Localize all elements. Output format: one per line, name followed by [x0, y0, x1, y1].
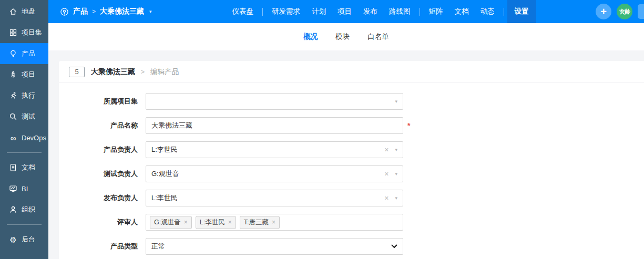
main-column: 产品 > 大乘佛法三藏 ▾ 仪表盘 研发需求 计划 项目 发布 路线图 矩阵 文…	[48, 0, 644, 259]
caret-down-icon[interactable]: ▾	[149, 9, 152, 14]
sidebar-item-doc[interactable]: 文档	[0, 157, 48, 178]
caret-down-icon[interactable]: ▾	[395, 171, 397, 177]
field-label: 产品名称	[59, 121, 138, 130]
card-header: 5 大乘佛法三藏 > 编辑产品	[59, 61, 644, 83]
topbar-right: + 玄龄	[596, 4, 644, 19]
chevron-right-icon: >	[92, 8, 96, 15]
field-label: 测试负责人	[59, 169, 138, 179]
plus-icon: +	[600, 6, 607, 17]
menu-item-dynamic[interactable]: 动态	[475, 0, 500, 23]
grid-icon	[9, 28, 17, 37]
sidebar-item-label: 地盘	[22, 7, 35, 16]
reviewer-tag: G:观世音 ×	[150, 216, 192, 229]
sidebar-item-org[interactable]: 组织	[0, 199, 48, 220]
menu-item-settings[interactable]: 设置	[507, 0, 536, 23]
avatar[interactable]: 玄龄	[617, 4, 632, 19]
form-row-reviewers: 评审人 G:观世音 × L:李世民 × T:唐三藏	[59, 214, 644, 231]
sidebar: 地盘 项目集 产品 项目 执行	[0, 0, 48, 259]
menu-item-roadmap[interactable]: 路线图	[383, 0, 416, 23]
sidebar-item-devops[interactable]: ∞ DevOps	[0, 127, 48, 148]
caret-down-icon[interactable]: ▾	[395, 147, 397, 152]
tag-label: L:李世民	[200, 218, 225, 227]
menu-item-doc[interactable]: 文档	[449, 0, 475, 23]
sidebar-item-label: 文档	[22, 163, 35, 172]
release-owner-picker[interactable]: L:李世民 × ▾	[146, 190, 403, 206]
infinity-icon: ∞	[9, 133, 17, 142]
remove-tag-icon[interactable]: ×	[272, 219, 275, 225]
form-row-test-owner: 测试负责人 G:观世音 × ▾	[59, 165, 644, 182]
test-owner-picker[interactable]: G:观世音 × ▾	[146, 165, 403, 182]
clear-icon[interactable]: ×	[384, 194, 389, 202]
clear-icon[interactable]: ×	[384, 146, 389, 153]
picker-value: L:李世民	[151, 145, 178, 154]
page-title[interactable]: 大乘佛法三藏	[91, 67, 135, 77]
reviewers-multiselect[interactable]: G:观世音 × L:李世民 × T:唐三藏 ×	[146, 214, 403, 231]
document-icon	[9, 163, 17, 172]
menu-item-dashboard[interactable]: 仪表盘	[227, 0, 260, 23]
field-label: 所属项目集	[59, 97, 138, 106]
menu-divider	[262, 8, 263, 16]
product-id-badge: 5	[69, 67, 85, 77]
magnifier-icon	[9, 112, 17, 121]
lightbulb-icon	[9, 49, 17, 58]
sidebar-item-label: BI	[22, 185, 28, 193]
sidebar-divider	[7, 224, 42, 225]
edit-product-form: 所属项目集 ▾ 产品名称 * 产品负责人	[59, 83, 644, 255]
content-area: 5 大乘佛法三藏 > 编辑产品 所属项目集 ▾	[48, 50, 644, 259]
tab-overview[interactable]: 概况	[302, 30, 319, 44]
topbar-extra-button[interactable]	[638, 4, 644, 19]
sidebar-item-label: 项目集	[22, 28, 42, 37]
rocket-icon	[9, 70, 17, 79]
product-type-select[interactable]: 正常	[146, 238, 403, 255]
field-label: 产品类型	[59, 242, 138, 251]
sidebar-item-label: 执行	[22, 91, 35, 100]
remove-tag-icon[interactable]: ×	[184, 219, 188, 225]
sidebar-item-label: 测试	[22, 112, 35, 121]
picker-value: L:李世民	[151, 193, 178, 203]
sidebar-item-program[interactable]: 项目集	[0, 22, 48, 43]
sidebar-item-product[interactable]: 产品	[0, 43, 48, 64]
menu-item-matrix[interactable]: 矩阵	[423, 0, 449, 23]
caret-down-icon[interactable]: ▾	[395, 99, 397, 104]
gear-icon: ⚙	[9, 235, 17, 244]
menu-item-release[interactable]: 发布	[357, 0, 383, 23]
breadcrumb-current-product[interactable]: 大乘佛法三藏	[100, 7, 144, 16]
clear-icon[interactable]: ×	[384, 170, 389, 178]
menu-divider	[420, 8, 420, 16]
person-icon	[9, 205, 17, 214]
sidebar-item-execution[interactable]: 执行	[0, 85, 48, 106]
breadcrumb-section[interactable]: 产品	[73, 7, 88, 16]
reviewer-tag: T:唐三藏 ×	[240, 216, 280, 229]
edit-product-card: 5 大乘佛法三藏 > 编辑产品 所属项目集 ▾	[59, 61, 644, 259]
topbar: 产品 > 大乘佛法三藏 ▾ 仪表盘 研发需求 计划 项目 发布 路线图 矩阵 文…	[48, 0, 644, 23]
menu-item-project[interactable]: 项目	[332, 0, 357, 23]
product-owner-picker[interactable]: L:李世民 × ▾	[146, 141, 403, 158]
monitor-icon	[9, 184, 17, 193]
program-picker[interactable]: ▾	[146, 93, 403, 110]
sidebar-divider	[7, 152, 42, 153]
create-button[interactable]: +	[596, 4, 611, 19]
sidebar-item-test[interactable]: 测试	[0, 106, 48, 127]
sidebar-item-bi[interactable]: BI	[0, 178, 48, 199]
menu-item-story[interactable]: 研发需求	[266, 0, 306, 23]
topbar-breadcrumb: 产品 > 大乘佛法三藏 ▾	[60, 7, 152, 16]
form-row-program: 所属项目集 ▾	[59, 93, 644, 110]
caret-down-icon[interactable]: ▾	[395, 195, 397, 201]
sidebar-item-dashboard[interactable]: 地盘	[0, 1, 48, 22]
form-row-release-owner: 发布负责人 L:李世民 × ▾	[59, 190, 644, 206]
tag-label: T:唐三藏	[244, 218, 269, 227]
menu-item-plan[interactable]: 计划	[306, 0, 332, 23]
chevron-down-icon	[391, 244, 397, 248]
remove-tag-icon[interactable]: ×	[228, 219, 232, 225]
product-name-input[interactable]	[146, 117, 403, 134]
sidebar-item-label: 组织	[22, 205, 35, 214]
sidebar-item-project[interactable]: 项目	[0, 64, 48, 85]
tab-whitelist[interactable]: 白名单	[366, 30, 390, 44]
product-tabstrip: 概况 模块 白名单	[48, 23, 644, 50]
runner-icon	[9, 91, 17, 100]
breadcrumb-action: 编辑产品	[150, 67, 179, 77]
sidebar-item-admin[interactable]: ⚙ 后台	[0, 229, 48, 250]
tab-module[interactable]: 模块	[334, 30, 351, 44]
menu-divider	[504, 8, 504, 16]
chevron-right-icon: >	[141, 68, 145, 76]
